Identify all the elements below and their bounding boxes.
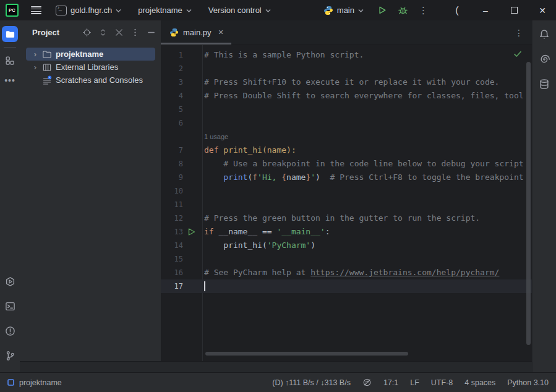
code-text[interactable]: print_hi('PyCharm') bbox=[204, 239, 532, 252]
code-text[interactable]: # This is a sample Python script. bbox=[204, 48, 532, 62]
maximize-button[interactable] bbox=[508, 6, 520, 15]
code-text[interactable]: # Use a breakpoint in the code line belo… bbox=[204, 157, 532, 171]
main-menu-icon[interactable] bbox=[31, 6, 41, 14]
code-text[interactable]: # See PyCharm help at https://www.jetbra… bbox=[204, 266, 532, 279]
status-widget[interactable]: Python 3.10 bbox=[507, 378, 549, 387]
project-tree-item[interactable]: ›External Libraries bbox=[20, 61, 161, 74]
tab-bar-more-icon[interactable]: ⋮ bbox=[515, 28, 523, 38]
code-line: 13if __name__ == '__main__': bbox=[161, 225, 532, 239]
project-tree-item[interactable]: Scratches and Consoles bbox=[20, 74, 161, 87]
run-line-gutter-icon[interactable] bbox=[183, 225, 204, 239]
editor-area: main.py ✕ ⋮ 1# This is a sample Python s… bbox=[161, 20, 532, 361]
vcs-selector-label: Version control bbox=[208, 6, 262, 15]
run-configuration-label: main bbox=[337, 6, 354, 15]
project-selector[interactable]: projektname bbox=[135, 4, 194, 17]
database-icon[interactable] bbox=[539, 79, 550, 90]
run-configuration-selector[interactable]: main bbox=[321, 4, 366, 17]
python-logo-icon bbox=[323, 6, 333, 15]
code-text[interactable] bbox=[204, 252, 532, 266]
code-text[interactable] bbox=[204, 62, 532, 75]
tree-item-label: External Libraries bbox=[56, 62, 118, 72]
line-number: 12 bbox=[161, 211, 183, 225]
no-inspection-highlight-icon[interactable] bbox=[362, 378, 372, 387]
collapse-all-icon[interactable] bbox=[114, 28, 124, 37]
status-widget[interactable]: (D) ↑111 B/s / ↓313 B/s bbox=[272, 378, 351, 387]
minimize-button[interactable]: – bbox=[479, 6, 492, 15]
gutter bbox=[183, 130, 204, 143]
tree-item-label: Scratches and Consoles bbox=[56, 75, 143, 85]
chevron-right-icon[interactable]: › bbox=[31, 62, 40, 72]
project-tree-item[interactable]: ›projektname bbox=[26, 48, 155, 61]
code-text[interactable]: print(f'Hi, {name}') # Press Ctrl+F8 to … bbox=[204, 171, 532, 184]
status-module-widget[interactable]: projektname bbox=[0, 378, 62, 387]
structure-toolwindow-button[interactable] bbox=[2, 53, 18, 69]
code-text[interactable] bbox=[204, 198, 532, 211]
line-number: 8 bbox=[161, 157, 183, 171]
problems-toolwindow-button[interactable] bbox=[2, 323, 18, 339]
line-number: 5 bbox=[161, 103, 183, 116]
horizontal-scrollbar[interactable] bbox=[205, 352, 408, 356]
close-window-button[interactable]: ✕ bbox=[536, 6, 549, 15]
code-text[interactable] bbox=[204, 184, 532, 198]
vcs-toolwindow-button[interactable] bbox=[2, 347, 18, 364]
run-button[interactable] bbox=[377, 5, 387, 15]
python-file-icon bbox=[169, 28, 179, 37]
services-toolwindow-button[interactable] bbox=[2, 273, 18, 289]
inspections-ok-checkmark-icon[interactable] bbox=[513, 50, 522, 58]
code-line: 2 bbox=[161, 62, 532, 75]
debug-button[interactable] bbox=[398, 5, 408, 15]
vcs-selector[interactable]: Version control bbox=[206, 4, 273, 17]
gutter bbox=[183, 252, 204, 266]
tree-item-label: projektname bbox=[56, 49, 103, 59]
chevron-down-icon bbox=[116, 9, 121, 12]
line-number: 2 bbox=[161, 62, 183, 75]
ai-assistant-icon[interactable] bbox=[539, 54, 550, 65]
line-number: 7 bbox=[161, 143, 183, 157]
status-widget[interactable]: 4 spaces bbox=[464, 378, 495, 387]
bottom-strip bbox=[20, 361, 532, 373]
code-text[interactable]: # Press the green button in the gutter t… bbox=[204, 211, 532, 225]
code-lines: 1# This is a sample Python script.23# Pr… bbox=[161, 48, 532, 293]
line-number: 3 bbox=[161, 75, 183, 89]
problems-exclamation-icon bbox=[5, 326, 15, 336]
tab-main-py[interactable]: main.py ✕ bbox=[161, 20, 231, 45]
code-line: 8 # Use a breakpoint in the code line be… bbox=[161, 157, 532, 171]
hide-panel-icon[interactable] bbox=[147, 28, 156, 37]
code-text[interactable]: # Press Double Shift to search everywher… bbox=[204, 89, 532, 103]
code-text[interactable]: def print_hi(name): bbox=[204, 143, 532, 157]
inlay-hint-row: 1 usage bbox=[161, 130, 532, 143]
status-widget[interactable]: 17:1 bbox=[383, 378, 398, 387]
left-tool-window-bar: ••• bbox=[0, 20, 20, 372]
status-widget[interactable]: UTF-8 bbox=[431, 378, 453, 387]
code-editor[interactable]: 1# This is a sample Python script.23# Pr… bbox=[161, 45, 532, 365]
vertical-scrollbar[interactable] bbox=[526, 62, 531, 345]
line-number: 6 bbox=[161, 116, 183, 130]
code-text[interactable]: if __name__ == '__main__': bbox=[204, 225, 532, 239]
status-widget[interactable]: LF bbox=[410, 378, 419, 387]
code-line: 14 print_hi('PyCharm') bbox=[161, 239, 532, 252]
more-actions-button[interactable]: ⋮ bbox=[419, 5, 425, 15]
notifications-bell-icon[interactable] bbox=[539, 29, 550, 40]
code-text[interactable] bbox=[204, 103, 532, 116]
locate-file-icon[interactable] bbox=[82, 28, 92, 37]
chevron-right-icon[interactable]: › bbox=[31, 49, 40, 59]
layout-crescent-icon[interactable]: ( bbox=[451, 5, 463, 16]
more-toolwindows-button[interactable]: ••• bbox=[2, 72, 18, 88]
project-toolwindow-button[interactable] bbox=[2, 26, 18, 42]
terminal-toolwindow-button[interactable] bbox=[2, 298, 18, 314]
gutter bbox=[183, 103, 204, 116]
code-line: 15 bbox=[161, 252, 532, 266]
code-text[interactable] bbox=[204, 116, 532, 130]
git-branch-icon bbox=[5, 351, 15, 361]
chevron-down-icon bbox=[186, 9, 192, 12]
code-line: 11 bbox=[161, 198, 532, 211]
line-number: 4 bbox=[161, 89, 183, 103]
panel-more-options-icon[interactable] bbox=[130, 28, 140, 37]
expand-chevrons-icon[interactable] bbox=[98, 28, 108, 37]
code-text[interactable]: # Press Shift+F10 to execute it or repla… bbox=[204, 75, 532, 89]
structure-blocks-icon bbox=[5, 56, 15, 66]
ssh-target-selector[interactable]: gold.fhgr.ch bbox=[53, 4, 124, 17]
code-text[interactable] bbox=[204, 279, 532, 293]
usages-inlay-hint[interactable]: 1 usage bbox=[204, 130, 228, 143]
tab-close-icon[interactable]: ✕ bbox=[218, 28, 224, 36]
